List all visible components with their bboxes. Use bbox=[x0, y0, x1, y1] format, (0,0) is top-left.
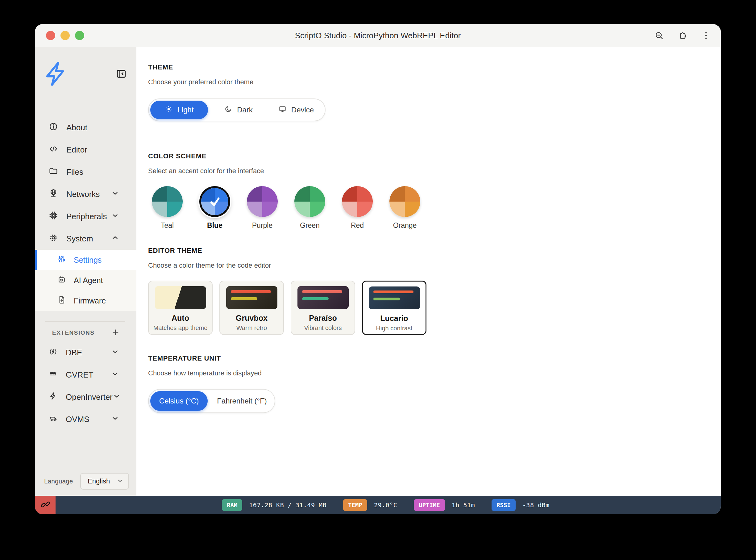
editor-theme-card-auto[interactable]: Auto Matches app theme bbox=[148, 281, 212, 335]
metric-uptime: UPTIME 1h 51m bbox=[414, 499, 475, 511]
sidebar-item-label: Networks bbox=[66, 189, 100, 199]
color-option-purple: Purple bbox=[247, 186, 278, 230]
sidebar-item-peripherals[interactable]: Peripherals bbox=[35, 205, 136, 227]
extensions-list: DBE GVRET bbox=[35, 341, 136, 431]
chevron-down-icon bbox=[111, 414, 119, 424]
chevron-down-icon bbox=[111, 212, 119, 222]
temperature-option-celsius[interactable]: Celsius (°C) bbox=[150, 391, 208, 411]
color-swatch-selected[interactable] bbox=[199, 186, 230, 217]
moon-icon bbox=[224, 105, 232, 115]
sidebar-item-ai-agent[interactable]: AI Agent bbox=[35, 270, 136, 291]
sidebar-item-editor[interactable]: Editor bbox=[35, 139, 136, 161]
theme-option-label: Light bbox=[178, 105, 193, 114]
swatch-quadrant bbox=[294, 202, 310, 217]
chevron-down-icon bbox=[111, 347, 119, 358]
editor-theme-card-paraiso[interactable]: Paraíso Vibrant colors bbox=[291, 281, 355, 335]
titlebar-actions bbox=[654, 24, 711, 47]
overflow-menu-icon[interactable] bbox=[701, 31, 711, 40]
swatch-quadrant bbox=[405, 186, 420, 202]
temperature-segmented-control: Celsius (°C) Fahrenheit (°F) bbox=[148, 389, 275, 413]
sidebar-item-label: System bbox=[66, 234, 93, 244]
folder-icon bbox=[48, 166, 58, 178]
theme-name: Paraíso bbox=[309, 314, 336, 323]
add-extension-icon[interactable] bbox=[111, 328, 120, 338]
zoom-out-icon[interactable] bbox=[654, 31, 664, 40]
sidebar-item-about[interactable]: About bbox=[35, 116, 136, 139]
bolt-icon bbox=[48, 392, 58, 403]
theme-option-light[interactable]: Light bbox=[150, 101, 208, 119]
color-name: Green bbox=[300, 221, 320, 230]
color-swatch[interactable] bbox=[342, 186, 373, 217]
section-heading: COLOR SCHEME bbox=[148, 152, 721, 160]
swatch-quadrant bbox=[342, 186, 357, 202]
section-heading: THEME bbox=[148, 63, 721, 71]
swatch-quadrant bbox=[310, 186, 325, 202]
minimize-button[interactable] bbox=[60, 31, 70, 40]
sidebar-item-gvret[interactable]: GVRET bbox=[35, 364, 136, 386]
code-line bbox=[373, 298, 400, 300]
swatch-quadrant bbox=[167, 186, 183, 202]
sidebar-item-settings[interactable]: Settings bbox=[35, 250, 136, 270]
metric-value: 29.0°C bbox=[374, 501, 397, 509]
color-option-red: Red bbox=[342, 186, 373, 230]
monitor-icon bbox=[278, 105, 287, 115]
metric-temp: TEMP 29.0°C bbox=[343, 499, 397, 511]
sidebar-item-label: Editor bbox=[66, 145, 87, 155]
theme-option-device[interactable]: Device bbox=[267, 99, 325, 121]
sidebar-item-firmware[interactable]: Firmware bbox=[35, 291, 136, 311]
editor-theme-card-gruvbox[interactable]: Gruvbox Warm retro bbox=[219, 281, 284, 335]
code-icon bbox=[48, 144, 58, 156]
chevron-down-icon bbox=[111, 370, 119, 380]
color-name: Teal bbox=[161, 221, 174, 230]
status-badge: TEMP bbox=[343, 499, 367, 511]
connection-link-button[interactable] bbox=[35, 496, 56, 514]
color-swatch[interactable] bbox=[247, 186, 278, 217]
swatch-quadrant bbox=[405, 202, 420, 217]
temperature-option-fahrenheit[interactable]: Fahrenheit (°F) bbox=[209, 389, 274, 413]
sidebar-item-label: Firmware bbox=[74, 296, 106, 305]
sidebar-item-networks[interactable]: Networks bbox=[35, 183, 136, 205]
sidebar-item-ovms[interactable]: OVMS bbox=[35, 408, 136, 431]
theme-preview bbox=[155, 286, 206, 309]
sidebar-item-label: DBE bbox=[66, 348, 82, 358]
color-scheme-section: COLOR SCHEME Select an accent color for … bbox=[148, 152, 721, 230]
sidebar-item-label: OpenInverter bbox=[66, 392, 113, 402]
extensions-header: EXTENSIONS bbox=[35, 327, 136, 338]
close-button[interactable] bbox=[46, 31, 55, 40]
sidebar: About Editor Files bbox=[35, 47, 136, 496]
theme-option-dark[interactable]: Dark bbox=[209, 99, 267, 121]
swatch-quadrant bbox=[152, 186, 167, 202]
code-line bbox=[302, 290, 342, 293]
color-swatch[interactable] bbox=[294, 186, 325, 217]
metric-value: 1h 51m bbox=[452, 501, 475, 509]
color-swatch[interactable] bbox=[152, 186, 183, 217]
sidebar-item-label: Files bbox=[66, 167, 83, 177]
language-select[interactable]: English bbox=[80, 473, 129, 489]
color-name: Blue bbox=[207, 221, 223, 230]
theme-name: Auto bbox=[171, 314, 189, 323]
swatch-quadrant bbox=[262, 202, 278, 217]
sidebar-item-label: About bbox=[66, 123, 87, 133]
theme-option-label: Device bbox=[291, 105, 314, 114]
theme-preview bbox=[226, 286, 278, 309]
code-line bbox=[231, 297, 257, 300]
metric-value: -38 dBm bbox=[523, 501, 550, 509]
collapse-sidebar-icon[interactable] bbox=[116, 68, 127, 81]
section-description: Select an accent color for the interface bbox=[148, 167, 721, 175]
maximize-button[interactable] bbox=[75, 31, 84, 40]
status-badge: RAM bbox=[222, 499, 242, 511]
sidebar-item-files[interactable]: Files bbox=[35, 161, 136, 183]
swatch-quadrant bbox=[389, 202, 405, 217]
color-option-teal: Teal bbox=[152, 186, 183, 230]
chevron-down-icon bbox=[111, 189, 119, 199]
metric-rssi: RSSI -38 dBm bbox=[492, 499, 550, 511]
sidebar-item-dbe[interactable]: DBE bbox=[35, 341, 136, 364]
sidebar-item-system[interactable]: System bbox=[35, 227, 136, 250]
language-row: Language English bbox=[44, 473, 129, 489]
sliders-icon bbox=[57, 254, 66, 265]
color-swatch[interactable] bbox=[389, 186, 420, 217]
editor-theme-cards: Auto Matches app theme Gruvbox Warm retr… bbox=[148, 281, 721, 335]
editor-theme-card-lucario[interactable]: Lucario High contrast bbox=[362, 281, 426, 335]
sidebar-item-openinverter[interactable]: OpenInverter bbox=[35, 386, 136, 408]
extensions-puzzle-icon[interactable] bbox=[678, 31, 688, 40]
